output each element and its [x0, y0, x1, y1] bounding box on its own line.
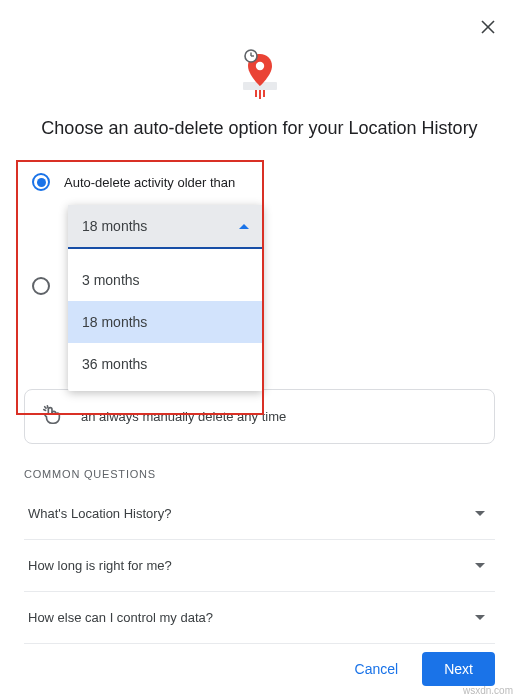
close-icon	[479, 18, 497, 40]
faq-item-location-history[interactable]: What's Location History?	[24, 488, 495, 540]
dropdown-option-36-months[interactable]: 36 months	[68, 343, 263, 385]
faq-question: How else can I control my data?	[28, 610, 213, 625]
dialog-title: Choose an auto-delete option for your Lo…	[24, 118, 495, 139]
radio-option-auto-delete[interactable]: Auto-delete activity older than	[24, 169, 495, 195]
dropdown-selected-label: 18 months	[82, 218, 147, 234]
svg-point-3	[255, 62, 263, 70]
hand-tap-icon	[41, 404, 63, 429]
options-area: Auto-delete activity older than 18 month…	[24, 169, 495, 444]
faq-question: What's Location History?	[28, 506, 171, 521]
dialog-footer: Cancel Next	[341, 652, 495, 686]
chevron-down-icon	[475, 563, 485, 568]
info-text: an always manually delete any time	[81, 409, 286, 424]
cancel-button[interactable]: Cancel	[341, 652, 413, 686]
close-button[interactable]	[479, 18, 497, 39]
faq-item-how-long[interactable]: How long is right for me?	[24, 540, 495, 592]
location-history-icon	[24, 48, 495, 100]
dropdown-selected-row[interactable]: 18 months	[68, 205, 263, 249]
radio-selected-icon	[32, 173, 50, 191]
chevron-down-icon	[475, 511, 485, 516]
duration-dropdown[interactable]: 18 months 3 months 18 months 36 months	[68, 205, 263, 391]
chevron-down-icon	[475, 615, 485, 620]
watermark: wsxdn.com	[463, 685, 513, 696]
info-card: an always manually delete any time	[24, 389, 495, 444]
dropdown-option-18-months[interactable]: 18 months	[68, 301, 263, 343]
common-questions-header: COMMON QUESTIONS	[24, 468, 495, 480]
radio-label: Auto-delete activity older than	[64, 175, 235, 190]
dropdown-option-3-months[interactable]: 3 months	[68, 259, 263, 301]
dropdown-options-list: 3 months 18 months 36 months	[68, 249, 263, 391]
radio-unselected-icon	[32, 277, 50, 295]
next-button[interactable]: Next	[422, 652, 495, 686]
faq-item-control-data[interactable]: How else can I control my data?	[24, 592, 495, 644]
caret-up-icon	[239, 224, 249, 229]
auto-delete-dialog: Choose an auto-delete option for your Lo…	[0, 0, 519, 700]
faq-question: How long is right for me?	[28, 558, 172, 573]
